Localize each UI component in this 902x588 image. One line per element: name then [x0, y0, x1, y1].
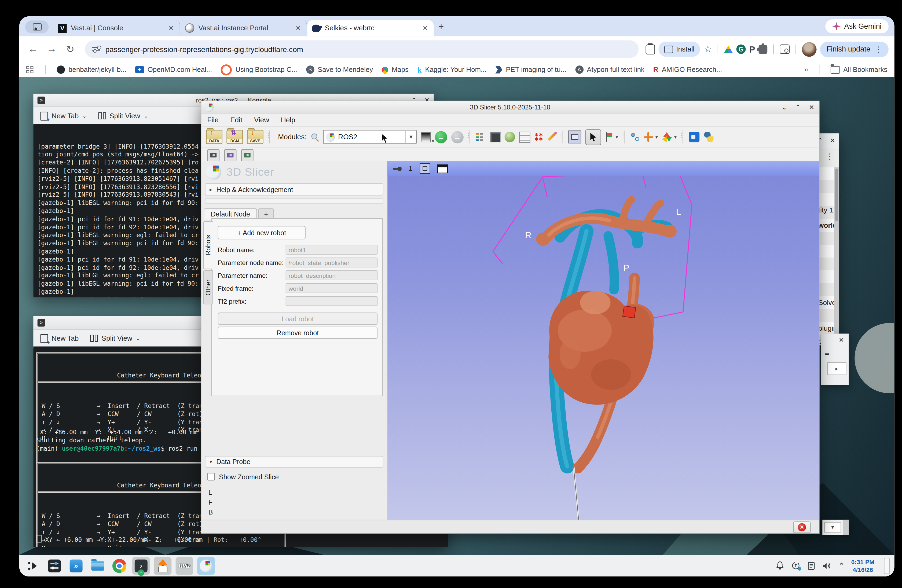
gazebo-task-button[interactable]	[154, 557, 171, 574]
bookmarks-overflow-icon[interactable]: »	[804, 66, 807, 74]
bookmark-item[interactable]: benbalter/jekyll-b...	[57, 66, 127, 74]
split-view-button[interactable]: Split View⌄	[99, 112, 148, 120]
profile-avatar[interactable]	[802, 42, 817, 56]
robot-name-input[interactable]	[286, 245, 378, 255]
screenshot-icon[interactable]	[568, 131, 581, 144]
scene-view-restore-icon[interactable]	[241, 149, 254, 161]
collapse-arrow-icon[interactable]: ▾	[210, 459, 212, 464]
combobox-arrow-icon[interactable]: ▼	[405, 131, 414, 144]
bookmark-item[interactable]: Using Bootstrap C...	[221, 64, 297, 75]
tab-robots[interactable]: Robots	[203, 221, 213, 269]
file-manager-button[interactable]	[89, 557, 106, 574]
tray-expand-icon[interactable]: ⌃	[839, 562, 844, 569]
remove-robot-button[interactable]: Remove robot	[218, 327, 378, 339]
expand-button[interactable]: ▸	[827, 362, 846, 375]
close-icon[interactable]: ✕	[821, 334, 849, 344]
slice-intersections-icon[interactable]	[662, 132, 672, 142]
capture-screenshot-icon[interactable]	[207, 149, 219, 161]
fixed-frame-input[interactable]	[286, 283, 378, 293]
data-probe-section[interactable]: ▾ Data Probe	[205, 456, 384, 468]
dropdown-arrow-icon[interactable]: ▾	[655, 134, 658, 140]
module-search-icon[interactable]	[311, 133, 319, 141]
p-extension-icon[interactable]: P	[749, 44, 755, 54]
module-history-icon[interactable]	[476, 132, 486, 142]
show-desktop-button[interactable]	[884, 557, 889, 574]
menu-file[interactable]: File	[207, 116, 218, 124]
bookmark-item[interactable]: RAMIGO Research...	[653, 66, 722, 74]
volume-icon[interactable]	[822, 561, 832, 570]
bookmark-item[interactable]: SSave to Mendeley	[306, 66, 373, 74]
finish-update-button[interactable]: Finish update ⋮	[820, 41, 888, 57]
side-panel-icon[interactable]	[646, 44, 655, 54]
slicer-task-button[interactable]	[197, 557, 215, 574]
minimize-icon[interactable]: ⌄	[781, 103, 787, 111]
apps-grid-icon[interactable]	[26, 66, 34, 73]
notifications-icon[interactable]	[776, 561, 785, 570]
discover-button[interactable]: »	[67, 557, 85, 574]
markups-icon[interactable]: ∗∗ ∗∗	[534, 133, 543, 141]
menu-view[interactable]: View	[254, 116, 269, 124]
scrollbar[interactable]	[834, 167, 839, 345]
load-data-button[interactable]: ↑DATA	[206, 130, 222, 144]
menu-edit[interactable]: Edit	[230, 116, 242, 124]
crosshair-icon[interactable]	[644, 132, 653, 142]
new-tab-button[interactable]: New Tab	[41, 334, 79, 343]
drive-extension-icon[interactable]	[724, 45, 733, 53]
collapse-arrow-icon[interactable]: ▸	[210, 186, 212, 192]
settings-button[interactable]	[45, 557, 63, 574]
forward-icon[interactable]: →	[44, 43, 59, 55]
grammarly-extension-icon[interactable]: G	[736, 45, 745, 54]
chevron-down-icon[interactable]: ⌄	[136, 335, 140, 341]
close-icon[interactable]: ✕	[809, 103, 814, 111]
tab-other[interactable]: Other	[203, 271, 213, 305]
slicer-3d-view[interactable]: 1	[387, 161, 819, 521]
python-console-icon[interactable]	[703, 132, 714, 142]
scene-view-add-icon[interactable]	[224, 149, 236, 161]
updates-icon[interactable]	[791, 561, 800, 570]
screen-share-indicator[interactable]	[25, 20, 49, 33]
maximize-view-icon[interactable]	[437, 164, 448, 173]
show-zoomed-slice-checkbox[interactable]	[207, 473, 215, 480]
bookmark-star-icon[interactable]: ☆	[704, 44, 711, 55]
slicer-titlebar[interactable]: 3D Slicer 5.10.0-2025-11-10 ⌄ ⌃ ✕	[202, 101, 819, 113]
segmentation-icon[interactable]	[519, 131, 530, 142]
tab-selkies[interactable]: Selkies - webrtc ✕	[307, 20, 434, 36]
scrollbar[interactable]	[843, 519, 849, 535]
new-tab-button[interactable]: New Tab⌄	[41, 112, 87, 120]
address-bar[interactable]: passenger-profession-representations-gig…	[85, 41, 639, 58]
chrome-task-button[interactable]	[111, 557, 128, 574]
bookmark-item[interactable]: AAtypon full text link	[575, 66, 644, 74]
clipboard-icon[interactable]	[807, 561, 816, 570]
data-module-icon[interactable]	[490, 132, 500, 142]
remote-desktop[interactable]: > ros2_ws : ros2 — Konsole ⌄ ⌃ ✕ New Tab…	[19, 77, 894, 555]
chevron-down-icon[interactable]: ⌄	[82, 113, 86, 119]
tab-close-icon[interactable]: ✕	[421, 24, 429, 32]
browser-menu-icon[interactable]: ⋮	[874, 45, 882, 54]
place-markup-icon[interactable]	[605, 132, 613, 142]
modules-combobox[interactable]: ROS2 ▼	[323, 130, 417, 144]
tab-close-icon[interactable]: ✕	[294, 24, 302, 32]
reload-icon[interactable]: ↻	[63, 43, 78, 55]
panel-menu-icon[interactable]: ⋮	[825, 152, 833, 161]
all-bookmarks-button[interactable]: All Bookmarks	[830, 66, 887, 74]
center-view-icon[interactable]	[420, 163, 430, 174]
bookmark-item[interactable]: kKaggle: Your Hom...	[418, 65, 487, 74]
module-forward-button[interactable]: →	[451, 131, 464, 143]
tab-close-icon[interactable]: ✕	[167, 24, 175, 32]
pointer-tool-button[interactable]	[585, 129, 601, 145]
dropdown-arrow-icon[interactable]: ▾	[674, 134, 676, 140]
bookmark-item[interactable]: Maps	[382, 66, 409, 74]
bookmark-item[interactable]: PET imaging of tu...	[495, 66, 566, 74]
close-icon[interactable]: ✕	[830, 137, 835, 145]
hamburger-icon[interactable]: ≡	[821, 344, 849, 358]
module-back-button[interactable]: ←	[435, 131, 447, 143]
load-robot-button[interactable]: Load robot	[218, 313, 378, 325]
new-tab-button[interactable]: +	[438, 22, 444, 32]
pin-icon[interactable]	[393, 166, 402, 171]
bookmark-item[interactable]: +OpenMD.com Heal...	[135, 66, 212, 74]
tf2-prefix-input[interactable]	[286, 296, 378, 306]
heart-3d-render[interactable]: R P L	[387, 176, 819, 521]
site-settings-icon[interactable]	[92, 46, 100, 52]
ask-gemini-button[interactable]: Ask Gemini	[825, 19, 888, 33]
close-module-button[interactable]: ✕	[793, 521, 811, 533]
